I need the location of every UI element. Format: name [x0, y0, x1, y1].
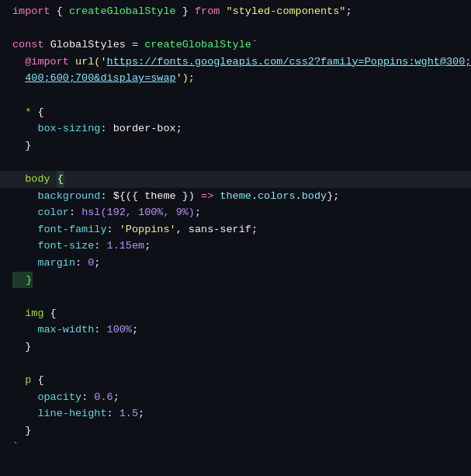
code-line: color: hsl(192, 100%, 9%);	[0, 204, 471, 221]
code-line: const GlobalStyles = createGlobalStyle`	[0, 36, 471, 54]
code-line: }	[0, 339, 471, 356]
code-line: `	[0, 439, 471, 456]
code-line	[0, 456, 471, 473]
code-line: margin: 0;	[0, 255, 471, 272]
code-line: * {	[0, 104, 471, 121]
code-line: opacity: 0.6;	[0, 389, 471, 406]
code-line: @import url('https://fonts.googleapis.co…	[0, 54, 471, 71]
code-line	[0, 355, 471, 372]
code-line: max-width: 100%;	[0, 321, 471, 339]
code-line	[0, 288, 471, 305]
code-line: line-height: 1.5;	[0, 405, 471, 422]
code-editor: import { createGlobalStyle } from "style…	[0, 0, 471, 476]
code-line: background: ${({ theme }) => theme.color…	[0, 188, 471, 205]
code-line: img {	[0, 305, 471, 322]
code-line: export default GlobalStyles	[0, 473, 471, 476]
code-line: }	[0, 137, 471, 155]
code-line: }	[0, 272, 471, 289]
code-line: }	[0, 422, 471, 440]
code-line: body {	[0, 171, 471, 188]
code-line: font-family: 'Poppins', sans-serif;	[0, 221, 471, 238]
code-line	[0, 20, 471, 37]
code-line	[0, 87, 471, 104]
code-line: box-sizing: border-box;	[0, 120, 471, 137]
code-line: import { createGlobalStyle } from "style…	[0, 3, 471, 20]
code-line: 400;600;700&display=swap');	[0, 70, 471, 87]
code-line	[0, 154, 471, 171]
code-line: p {	[0, 372, 471, 389]
code-line: font-size: 1.15em;	[0, 238, 471, 255]
